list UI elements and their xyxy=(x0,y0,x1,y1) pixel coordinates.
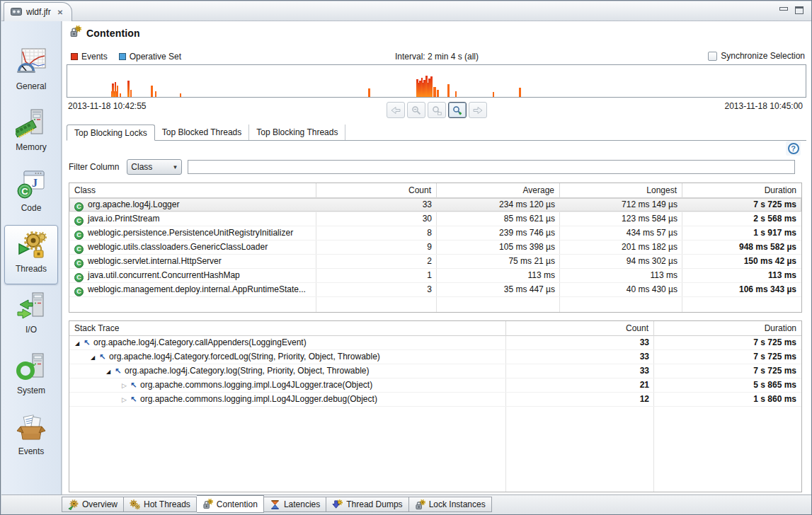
table-row[interactable]: Cweblogic.management.deploy.internal.App… xyxy=(69,283,801,297)
count-cell: 33 xyxy=(506,350,654,364)
event-bar xyxy=(447,84,450,97)
tab-overview[interactable]: Overview xyxy=(62,497,124,512)
stack-trace-row[interactable]: ◢↖org.apache.log4j.Category.callAppender… xyxy=(69,336,801,350)
stack-trace-row[interactable]: ◢↖org.apache.log4j.Category.forcedLog(St… xyxy=(69,350,801,364)
stack-trace-row[interactable]: ▷↖org.apache.commons.logging.impl.Log4JL… xyxy=(69,393,801,407)
timeline-chart[interactable] xyxy=(67,64,806,98)
tab-latencies[interactable]: Latencies xyxy=(264,497,326,512)
column-header-count[interactable]: Count xyxy=(506,321,654,336)
editor-tab-wldf[interactable]: wldf.jfr ✕ xyxy=(4,2,72,21)
tree-collapse-icon[interactable]: ◢ xyxy=(106,365,115,378)
duration-cell: 5 s 865 ms xyxy=(654,378,801,392)
column-header-average[interactable]: Average xyxy=(437,183,560,198)
sidebar-item-io[interactable]: I/O xyxy=(4,286,58,345)
svg-text:C: C xyxy=(21,186,28,197)
tab-contention[interactable]: Contention xyxy=(197,495,264,513)
filter-input[interactable] xyxy=(188,160,795,174)
sidebar-item-threads[interactable]: Threads xyxy=(4,225,58,284)
hot-threads-icon xyxy=(130,499,140,510)
stack-frame-icon: ↖ xyxy=(115,364,125,378)
column-header-longest[interactable]: Longest xyxy=(560,183,682,198)
table-row[interactable]: Cweblogic.servlet.internal.HttpServer275… xyxy=(69,255,801,269)
synchronize-selection-label: Synchronize Selection xyxy=(721,51,805,61)
average-cell: 239 ms 746 µs xyxy=(437,226,560,240)
table-row[interactable]: Cweblogic.persistence.PersistenceUnitReg… xyxy=(69,226,801,241)
stack-trace-row[interactable]: ▷↖org.apache.commons.logging.impl.Log4JL… xyxy=(69,378,801,393)
longest-cell: 434 ms 57 µs xyxy=(560,226,682,240)
sidebar-item-general[interactable]: General xyxy=(4,42,58,102)
tab-hot-threads[interactable]: Hot Threads xyxy=(124,497,197,512)
tree-collapse-icon[interactable]: ◢ xyxy=(91,351,99,364)
maximize-icon[interactable] xyxy=(795,6,804,14)
tab-thread-dumps[interactable]: Thread Dumps xyxy=(326,497,408,512)
help-button[interactable]: ? xyxy=(786,141,801,156)
class-name: java.util.concurrent.ConcurrentHashMap xyxy=(88,270,240,280)
zoom-out-button[interactable] xyxy=(407,102,425,118)
event-bar xyxy=(130,90,132,97)
column-header-class[interactable]: Class xyxy=(69,183,316,198)
tab-lock-instances[interactable]: Lock Instances xyxy=(409,497,492,512)
duration-cell: 2 s 568 ms xyxy=(682,212,801,226)
sidebar-item-memory[interactable]: Memory xyxy=(4,103,58,163)
table-row[interactable]: Cjava.io.PrintStream3085 ms 621 µs123 ms… xyxy=(69,212,801,226)
column-header-duration[interactable]: Duration xyxy=(682,183,801,198)
zoom-selection-button[interactable] xyxy=(428,102,446,118)
average-cell: 35 ms 447 µs xyxy=(437,283,560,296)
synchronize-selection-checkbox[interactable] xyxy=(708,52,717,61)
column-header-count[interactable]: Count xyxy=(316,183,437,198)
sidebar-item-system[interactable]: System xyxy=(4,347,58,406)
contention-icon xyxy=(202,499,213,509)
event-bar xyxy=(127,81,130,97)
stack-trace-row[interactable]: ◢↖org.apache.log4j.Category.log(String, … xyxy=(69,364,801,378)
close-tab-icon[interactable]: ✕ xyxy=(57,8,63,16)
count-cell: 33 xyxy=(506,336,654,349)
nav-back-button[interactable] xyxy=(387,102,405,118)
column-header-duration[interactable]: Duration xyxy=(654,321,801,336)
sidebar-item-label: Memory xyxy=(16,142,46,152)
count-cell: 9 xyxy=(316,241,437,254)
event-bar xyxy=(425,76,428,97)
filter-column-dropdown[interactable]: Class ▼ xyxy=(127,159,182,175)
table-row[interactable]: Cweblogic.utils.classloaders.GenericClas… xyxy=(69,241,801,255)
column-header-stack-trace[interactable]: Stack Trace xyxy=(69,321,506,336)
jfr-file-icon xyxy=(11,6,22,18)
stack-frame-icon: ↖ xyxy=(99,350,109,364)
duration-cell: 1 s 917 ms xyxy=(682,226,801,240)
sidebar-item-code[interactable]: J C Code xyxy=(4,164,58,224)
sidebar-item-label: I/O xyxy=(25,325,37,335)
event-bar xyxy=(115,82,116,97)
chevron-down-icon: ▼ xyxy=(172,164,178,170)
longest-cell: 201 ms 182 µs xyxy=(560,241,682,254)
filter-column-value: Class xyxy=(131,162,172,172)
threads-icon xyxy=(15,229,47,262)
class-icon: C xyxy=(74,287,84,296)
longest-cell: 113 ms xyxy=(560,269,682,282)
minimize-icon[interactable] xyxy=(779,7,788,11)
page-title: Contention xyxy=(86,28,140,39)
nav-forward-button[interactable] xyxy=(469,102,487,118)
class-name: org.apache.log4j.Logger xyxy=(88,199,179,209)
table-row[interactable]: Corg.apache.log4j.Logger33234 ms 120 µs7… xyxy=(69,198,801,212)
count-cell: 12 xyxy=(506,393,654,406)
lock-instances-icon xyxy=(415,499,425,510)
tab-top-blocking-threads[interactable]: Top Blocking Threads xyxy=(249,125,345,140)
average-cell: 113 ms xyxy=(437,269,560,282)
system-icon xyxy=(15,351,47,383)
longest-cell: 94 ms 302 µs xyxy=(560,255,682,268)
tab-top-blocking-locks[interactable]: Top Blocking Locks xyxy=(67,125,155,141)
duration-cell: 1 s 860 ms xyxy=(654,393,801,406)
tab-top-blocked-threads[interactable]: Top Blocked Threads xyxy=(155,125,250,140)
timeline-toolbar xyxy=(387,102,487,118)
sidebar-item-events[interactable]: Events xyxy=(4,407,58,467)
tree-expand-icon[interactable]: ▷ xyxy=(122,379,130,392)
class-icon: C xyxy=(74,273,84,282)
zoom-in-button[interactable] xyxy=(448,102,467,118)
tree-collapse-icon[interactable]: ◢ xyxy=(75,337,84,349)
event-bar xyxy=(117,86,118,97)
stack-trace-table: Stack Trace Count Duration ◢↖org.apache.… xyxy=(69,320,802,492)
table-row[interactable]: Cjava.util.concurrent.ConcurrentHashMap1… xyxy=(69,269,801,283)
tree-expand-icon[interactable]: ▷ xyxy=(122,393,130,406)
stack-frame-text: org.apache.log4j.Category.forcedLog(Stri… xyxy=(109,352,380,361)
sidebar-item-label: General xyxy=(16,81,47,91)
event-bar xyxy=(416,79,418,97)
